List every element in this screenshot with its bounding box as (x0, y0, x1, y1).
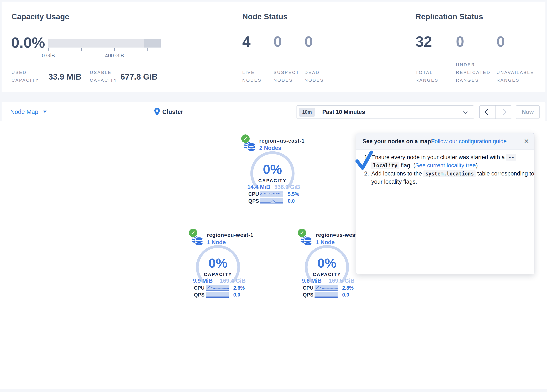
map-pin-icon (154, 108, 160, 117)
qps-label: QPS (303, 292, 315, 298)
popup-step-line: 2.Add locations to the system.locations … (364, 170, 534, 177)
region-label: region=us-east-1 (259, 138, 305, 144)
metric-value: 0 (497, 33, 505, 50)
chevron-down-icon (463, 110, 468, 114)
cpu-sparkline (206, 285, 229, 291)
status-ok-icon: ✓ (241, 134, 250, 143)
close-icon[interactable]: ✕ (524, 133, 529, 149)
metric-label: UNAVAILABLERANGES (497, 69, 534, 84)
region-node-group[interactable]: ✓region=us-east-12 Nodes0%CAPACITY14.4 M… (241, 134, 304, 207)
total-value: 169.5 GiB (329, 278, 355, 284)
metric-value: 0 (456, 33, 464, 50)
sparkline-chart (206, 292, 229, 297)
cpu-label: CPU (248, 191, 260, 197)
qps-label: QPS (248, 198, 260, 204)
code-snippet: locality (371, 162, 399, 169)
chevron-right-icon (501, 109, 506, 115)
metric-label: TOTALRANGES (416, 69, 438, 84)
sparkline-chart (315, 285, 338, 290)
capacity-percent: 0% (245, 162, 300, 177)
time-range-badge: 10m (299, 108, 315, 117)
used-value: 9.9 MiB (193, 278, 213, 284)
cpu-sparkline (260, 191, 283, 197)
cpu-sparkline (315, 285, 338, 291)
used-value: 14.4 MiB (247, 184, 270, 190)
cpu-label: CPU (303, 285, 315, 291)
step-text: Ensure every node in your cluster was st… (371, 154, 506, 160)
axis-tick (81, 48, 82, 51)
axis-tick-label: 0 GiB (42, 53, 55, 59)
axis-tick (48, 48, 48, 51)
capacity-label: CAPACITY (300, 272, 354, 277)
qps-value: 0.0 (233, 292, 240, 298)
cpu-row: CPU5.5% (248, 191, 299, 197)
capacity-values-row: 9.9 MiB169.4 GiB (193, 278, 246, 284)
sparkline-chart (260, 191, 283, 196)
capacity-usage-bar (48, 39, 161, 48)
step-text: flag. ( (399, 162, 415, 169)
configuration-guide-link[interactable]: Follow our configuration guide (431, 133, 506, 149)
status-ok-icon: ✓ (189, 229, 197, 237)
cpu-value: 5.5% (288, 191, 299, 197)
sparkline-chart (315, 292, 338, 297)
qps-value: 0.0 (288, 198, 295, 204)
qps-value: 0.0 (342, 292, 349, 298)
popup-step-line: your locality flags. (371, 179, 417, 185)
capacity-percent: 0% (300, 255, 354, 271)
axis-tick-label: 400 GiB (105, 53, 124, 59)
time-next-button[interactable] (496, 106, 512, 118)
qps-sparkline (315, 292, 338, 298)
time-range-dropdown[interactable]: 10m Past 10 Minutes (297, 105, 474, 119)
capacity-usage-title: Capacity Usage (12, 12, 69, 21)
cpu-label: CPU (194, 285, 206, 291)
time-prev-button[interactable] (479, 106, 496, 118)
metric-value: 32 (416, 33, 432, 50)
usable-capacity-value: 677.8 GiB (120, 72, 158, 82)
metric-label: LIVENODES (242, 69, 262, 84)
step-number: 2. (364, 170, 371, 177)
breadcrumb[interactable]: Cluster (162, 109, 183, 115)
total-value: 338.9 GiB (274, 184, 300, 190)
capacity-label: CAPACITY (245, 178, 300, 183)
metric-value: 0 (274, 33, 282, 50)
qps-row: QPS0.0 (194, 292, 240, 298)
qps-sparkline (206, 292, 229, 298)
region-node-group[interactable]: ✓region=eu-west-11 Node0%CAPACITY9.9 MiB… (189, 229, 252, 301)
qps-row: QPS0.0 (248, 198, 295, 204)
cpu-row: CPU2.6% (194, 285, 245, 291)
nodes-on-map-popup: See your nodes on a map! Follow our conf… (356, 133, 534, 274)
region-node-group[interactable]: ✓region=us-west-11 Node0%CAPACITY9.6 MiB… (298, 229, 361, 301)
metric-label: DEADNODES (305, 69, 324, 84)
qps-sparkline (260, 198, 283, 204)
capacity-usage-percent: 0.0% (11, 34, 45, 51)
capacity-values-row: 9.6 MiB169.5 GiB (302, 278, 355, 284)
qps-row: QPS0.0 (303, 292, 349, 298)
cpu-value: 2.6% (233, 285, 245, 291)
now-button[interactable]: Now (516, 105, 540, 119)
locality-tree-link[interactable]: See current locality tree (415, 162, 476, 169)
popup-title: See your nodes on a map! (362, 133, 433, 149)
region-label: region=eu-west-1 (207, 232, 253, 238)
view-selector-dropdown[interactable]: Node Map (10, 109, 38, 115)
popup-step-line: 1.Ensure every node in your cluster was … (364, 154, 516, 161)
capacity-percent: 0% (191, 255, 245, 271)
code-snippet: -- (506, 154, 516, 161)
metric-label: UNDER-REPLICATEDRANGES (456, 61, 491, 84)
step-text: Add locations to the (371, 170, 424, 177)
cpu-row: CPU2.8% (303, 285, 354, 291)
status-ok-icon: ✓ (298, 229, 306, 237)
popup-step-line: locality flag. (See current locality tre… (371, 162, 478, 169)
metric-value: 4 (242, 33, 251, 50)
sparkline-chart (206, 285, 229, 290)
step-text: ) (476, 162, 478, 169)
capacity-label: CAPACITY (191, 272, 245, 277)
cpu-value: 2.8% (342, 285, 354, 291)
node-map-page: Capacity Usage 0.0% 0 GiB 400 GiB USEDCA… (0, 0, 547, 392)
toolbar-divider (287, 104, 287, 119)
check-icon (355, 150, 374, 171)
chevron-left-icon (485, 109, 491, 115)
axis-tick (114, 48, 115, 51)
chevron-down-icon[interactable] (43, 110, 47, 113)
cluster-summary-card: Capacity Usage 0.0% 0 GiB 400 GiB USEDCA… (2, 2, 546, 92)
replication-status-title: Replication Status (416, 12, 483, 21)
